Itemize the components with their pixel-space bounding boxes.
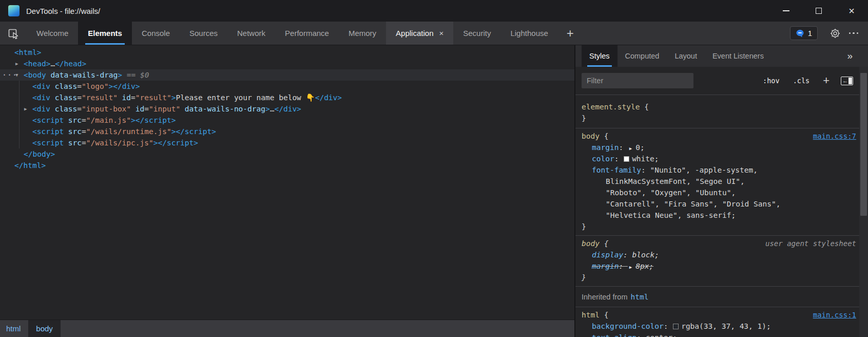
tab-lighthouse[interactable]: Lighthouse xyxy=(500,22,557,45)
pointing-down-emoji: 👇 xyxy=(306,93,315,102)
toolbar-spacer xyxy=(583,22,790,45)
tab-elements[interactable]: Elements xyxy=(78,22,132,45)
dom-node-row[interactable]: ▶<div class="input-box" id="input" data-… xyxy=(0,103,574,115)
panel-tabs: WelcomeElementsConsoleSourcesNetworkPerf… xyxy=(27,22,558,45)
rule-selector: body xyxy=(582,130,600,142)
dom-node-row[interactable]: ▶<head>…</head> xyxy=(0,58,574,69)
style-rule: html {main.css:1background-color: rgba(3… xyxy=(575,307,859,337)
rule-selector-row: html {main.css:1 xyxy=(575,309,859,321)
style-property-row[interactable]: margin: ▶0; xyxy=(575,142,859,153)
new-style-rule-button[interactable]: + xyxy=(823,75,830,86)
tab-console[interactable]: Console xyxy=(132,22,180,45)
style-property-row[interactable]: BlinkMacSystemFont, "Segoe UI", xyxy=(575,176,859,187)
inspect-element-button[interactable] xyxy=(0,22,27,45)
style-property-row[interactable]: font-family: "Nunito", -apple-system, xyxy=(575,164,859,176)
tab-sources[interactable]: Sources xyxy=(180,22,227,45)
rule-selector: body xyxy=(582,238,600,249)
tab-performance[interactable]: Performance xyxy=(275,22,339,45)
rule-selector: element.style xyxy=(582,101,640,113)
style-property-row[interactable]: "Roboto", "Oxygen", "Ubuntu", xyxy=(575,187,859,198)
dom-node-row[interactable]: <div class="result" id="result">Please e… xyxy=(0,92,574,103)
sidebar-tab-styles[interactable]: Styles xyxy=(582,45,618,67)
color-swatch[interactable] xyxy=(673,324,679,329)
style-property-row[interactable]: display: block; xyxy=(575,249,859,260)
devtools-window: DevTools - file://wails/ × WelcomeElemen… xyxy=(0,0,868,337)
style-rules-list: element.style {}body {main.css:7margin: … xyxy=(575,95,859,337)
close-tab-icon[interactable]: × xyxy=(439,29,443,38)
tab-welcome[interactable]: Welcome xyxy=(27,22,78,45)
dom-node-row[interactable]: ···▼<body data-wails-drag> == $0 xyxy=(0,69,574,81)
close-button[interactable]: × xyxy=(835,0,868,22)
toolbar-right-pad xyxy=(863,22,868,45)
tab-memory[interactable]: Memory xyxy=(339,22,386,45)
maximize-icon xyxy=(816,8,822,14)
minimize-icon xyxy=(783,10,789,11)
close-icon: × xyxy=(848,6,855,16)
scrollbar-track[interactable] xyxy=(859,67,868,337)
dom-node-row[interactable]: </html> xyxy=(0,160,574,171)
tab-application[interactable]: Application× xyxy=(386,22,453,45)
expand-longhand-arrow-icon[interactable]: ▶ xyxy=(629,261,632,273)
style-property-row[interactable]: text-align: center; xyxy=(575,332,859,337)
inspect-cursor-icon xyxy=(7,27,20,40)
style-property-row[interactable]: margin: ▶8px; xyxy=(575,260,859,272)
inherited-from-link[interactable]: html xyxy=(630,293,648,301)
app-icon xyxy=(8,5,20,16)
dom-node-row[interactable]: <script src="/main.js"></script> xyxy=(0,115,574,126)
style-rule: body {main.css:7margin: ▶0;color: white;… xyxy=(575,128,859,235)
breadcrumb-body[interactable]: body xyxy=(28,320,61,337)
expand-arrow-icon[interactable]: ▶ xyxy=(24,103,27,115)
expand-arrow-icon[interactable]: ▶ xyxy=(15,58,18,69)
computed-pane-toggle-icon[interactable]: ← xyxy=(841,77,853,85)
rule-selector-row: body {user agent stylesheet xyxy=(575,238,859,249)
stylesheet-source-link[interactable]: main.css:7 xyxy=(813,130,856,142)
sidebar-tab-computed[interactable]: Computed xyxy=(618,45,667,67)
rule-selector-row: body {main.css:7 xyxy=(575,130,859,142)
collapse-arrow-icon[interactable]: ▼ xyxy=(15,69,18,81)
overflow-tabs-chevron-icon[interactable]: » xyxy=(847,45,853,67)
issues-bubble-icon xyxy=(796,29,804,38)
settings-button[interactable] xyxy=(826,22,844,45)
three-dots-icon xyxy=(849,32,859,34)
tab-security[interactable]: Security xyxy=(453,22,500,45)
style-rule: body {user agent stylesheetdisplay: bloc… xyxy=(575,235,859,286)
style-property-row[interactable]: "Helvetica Neue", sans-serif; xyxy=(575,210,859,221)
dom-node-row[interactable]: </body> xyxy=(0,148,574,160)
stylesheet-source-link[interactable]: main.css:1 xyxy=(813,309,856,321)
gear-icon xyxy=(830,28,841,39)
dom-node-row[interactable]: <script src="/wails/ipc.js"></script> xyxy=(0,137,574,148)
sidebar-tab-event-listeners[interactable]: Event Listeners xyxy=(705,45,771,67)
window-controls: × xyxy=(769,0,868,22)
breadcrumb: htmlbody xyxy=(0,320,574,337)
breadcrumb-html[interactable]: html xyxy=(0,320,28,337)
toggle-pseudo-state-button[interactable]: :hov xyxy=(763,77,780,85)
style-property-row[interactable]: background-color: rgba(33, 37, 43, 1); xyxy=(575,321,859,332)
issues-counter-button[interactable]: 1 xyxy=(790,26,818,40)
expand-longhand-arrow-icon[interactable]: ▶ xyxy=(629,143,632,154)
styles-filter-input[interactable] xyxy=(582,73,693,88)
inherited-from-header: Inherited fromhtml xyxy=(575,286,859,307)
more-options-button[interactable] xyxy=(844,22,863,45)
style-property-row[interactable]: "Cantarell", "Fira Sans", "Droid Sans", xyxy=(575,198,859,210)
minimize-button[interactable] xyxy=(769,0,802,22)
window-title: DevTools - file://wails/ xyxy=(26,7,100,15)
styles-sidebar: StylesComputedLayoutEvent Listeners» :ho… xyxy=(575,45,868,337)
scrollbar-thumb[interactable] xyxy=(860,73,867,216)
issues-count: 1 xyxy=(808,29,812,38)
toggle-element-classes-button[interactable]: .cls xyxy=(793,77,810,85)
dom-node-row[interactable]: <div class="logo"></div> xyxy=(0,81,574,92)
tab-network[interactable]: Network xyxy=(227,22,275,45)
left-arrow-icon: ← xyxy=(842,78,848,84)
color-swatch[interactable] xyxy=(624,156,629,162)
dom-node-row[interactable]: <html> xyxy=(0,47,574,58)
more-tools-button[interactable]: + xyxy=(558,22,583,45)
rule-selector-row: element.style { xyxy=(575,101,859,113)
elements-panel: <html>▶<head>…</head>···▼<body data-wail… xyxy=(0,45,574,337)
sidebar-tab-layout[interactable]: Layout xyxy=(667,45,705,67)
dom-tree: <html>▶<head>…</head>···▼<body data-wail… xyxy=(0,45,574,320)
devtools-toolbar: WelcomeElementsConsoleSourcesNetworkPerf… xyxy=(0,22,868,45)
dom-node-row[interactable]: <script src="/wails/runtime.js"></script… xyxy=(0,126,574,137)
sidebar-tabs: StylesComputedLayoutEvent Listeners» xyxy=(575,45,868,67)
style-property-row[interactable]: color: white; xyxy=(575,153,859,164)
maximize-button[interactable] xyxy=(802,0,835,22)
